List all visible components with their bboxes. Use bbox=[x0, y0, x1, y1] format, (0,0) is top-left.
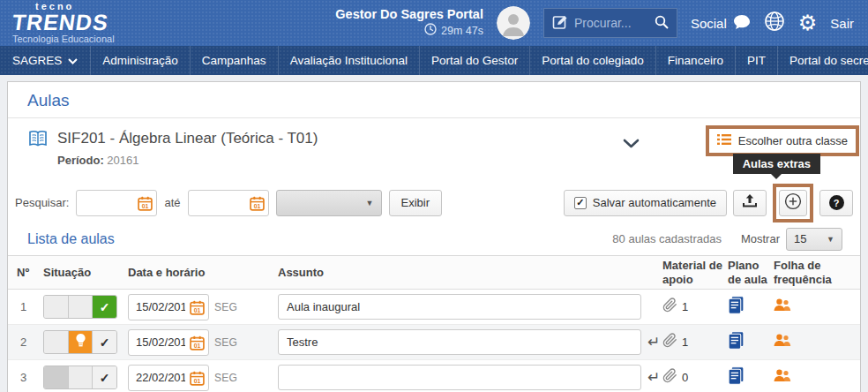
plus-circle-icon bbox=[784, 192, 802, 213]
choose-other-class-button[interactable]: Escolher outra classe bbox=[717, 133, 848, 148]
nav-item[interactable]: Administração bbox=[90, 46, 190, 75]
logout-link[interactable]: Sair bbox=[830, 16, 854, 31]
status-segment[interactable]: ✓ bbox=[68, 296, 93, 318]
attendance-sheet-button[interactable] bbox=[774, 334, 851, 351]
svg-text:01: 01 bbox=[194, 377, 201, 383]
calendar-icon: 01 bbox=[190, 300, 205, 315]
annotation-highlight-choose-class: Escolher outra classe bbox=[706, 125, 859, 156]
column-header: Data e horário bbox=[128, 266, 278, 280]
course-period: Período: 20161 bbox=[57, 154, 318, 167]
column-header: Folha de frequência bbox=[774, 259, 851, 286]
nav-brand-sagres[interactable]: SAGRES bbox=[0, 46, 90, 75]
list-title: Lista de aulas bbox=[27, 231, 115, 247]
show-button[interactable]: Exibir bbox=[389, 190, 443, 216]
nav-item[interactable]: Portal do Gestor bbox=[419, 46, 529, 75]
status-toggle[interactable]: ✓ ✓ ✓ bbox=[43, 330, 117, 354]
status-toggle[interactable]: ✓ ✓ ✓ bbox=[43, 295, 117, 319]
autosave-checkbox[interactable]: ✓ bbox=[574, 197, 587, 209]
search-input[interactable]: Procurar... bbox=[543, 8, 677, 38]
help-button[interactable]: ? bbox=[819, 190, 853, 216]
search-label: Pesquisar: bbox=[15, 196, 69, 209]
column-header: Situação bbox=[43, 266, 128, 280]
status-cell: ✓ ✓ ✓ bbox=[43, 330, 128, 354]
status-segment[interactable]: ✓ bbox=[44, 331, 68, 353]
search-icon[interactable] bbox=[655, 15, 669, 32]
top-bar: tecno TRENDS Tecnologia Educacional Gest… bbox=[0, 0, 868, 46]
attachment-count: 0 bbox=[682, 371, 688, 384]
column-header: Nº bbox=[17, 266, 43, 280]
tooltip-aulas-extras: Aulas extras bbox=[733, 154, 820, 174]
check-icon: ✓ bbox=[100, 336, 110, 349]
attendance-sheet-button[interactable] bbox=[774, 298, 851, 315]
book-icon bbox=[27, 130, 49, 151]
list-header: Lista de aulas 80 aulas cadastradas Most… bbox=[8, 222, 860, 255]
import-lessons-button[interactable] bbox=[733, 190, 767, 216]
social-link[interactable]: Social bbox=[691, 14, 751, 33]
return-arrow-icon: ↵ bbox=[647, 335, 660, 350]
main-nav: SAGRES AdministraçãoCampanhasAvaliação I… bbox=[0, 46, 868, 75]
status-cell: ✓ ✓ ✓ bbox=[43, 295, 128, 319]
subject-input[interactable] bbox=[278, 329, 641, 355]
nav-item[interactable]: Portal do colegiado bbox=[529, 46, 655, 75]
svg-text:01: 01 bbox=[253, 202, 260, 208]
lesson-plan-button[interactable] bbox=[728, 331, 774, 353]
nav-item[interactable]: PIT bbox=[735, 46, 777, 75]
lessons-count: 80 aulas cadastradas bbox=[612, 232, 722, 245]
avatar[interactable] bbox=[497, 6, 530, 40]
app-window: tecno TRENDS Tecnologia Educacional Gest… bbox=[0, 0, 868, 392]
row-number: 2 bbox=[17, 335, 43, 349]
attendance-sheet-button[interactable] bbox=[774, 369, 851, 386]
paperclip-icon bbox=[662, 368, 677, 387]
filter-select[interactable]: ▼ bbox=[276, 190, 382, 216]
attachments-button[interactable]: 1 bbox=[662, 298, 728, 316]
lesson-plan-button[interactable] bbox=[728, 296, 774, 318]
status-segment[interactable]: ✓ bbox=[68, 331, 93, 353]
nav-item[interactable]: Campanhas bbox=[190, 46, 278, 75]
date-to-field: 01 bbox=[188, 190, 269, 216]
column-header: Material de apoio bbox=[662, 259, 728, 286]
subject-input[interactable] bbox=[278, 294, 641, 320]
page-size-select[interactable]: 15 ▼ bbox=[786, 228, 842, 251]
add-extra-lesson-button[interactable] bbox=[779, 190, 807, 216]
attachment-count: 1 bbox=[682, 335, 688, 349]
page-size-value: 15 bbox=[794, 232, 806, 245]
nav-item[interactable]: Avaliação Institucional bbox=[278, 46, 419, 75]
status-segment[interactable]: ✓ bbox=[44, 366, 68, 388]
table-body: 1 ✓ ✓ ✓ 01 SEG ↵ 1 bbox=[8, 290, 860, 392]
gear-icon[interactable]: ⚙ bbox=[798, 12, 818, 34]
table-row: 2 ✓ ✓ ✓ 01 SEG ↵ 1 bbox=[8, 325, 860, 360]
status-toggle[interactable]: ✓ ✓ ✓ bbox=[43, 366, 117, 389]
weekday-label: SEG bbox=[214, 372, 237, 384]
date-field: 01 bbox=[128, 294, 209, 320]
paperclip-icon bbox=[662, 333, 677, 351]
filters-toolbar: Pesquisar: 01 até 01 ▼ Exibir ✓ bbox=[8, 183, 860, 222]
compose-icon bbox=[552, 14, 568, 33]
status-cell: ✓ ✓ ✓ bbox=[43, 366, 128, 389]
globe-icon[interactable] bbox=[764, 11, 785, 35]
autosave-button[interactable]: ✓ Salvar automaticamente bbox=[564, 190, 727, 216]
attachments-button[interactable]: 0 bbox=[662, 368, 728, 387]
until-label: até bbox=[164, 196, 180, 209]
status-segment[interactable]: ✓ bbox=[68, 366, 93, 388]
table-row: 1 ✓ ✓ ✓ 01 SEG ↵ 1 bbox=[8, 290, 860, 325]
column-header: Assunto bbox=[278, 266, 662, 280]
document-icon bbox=[728, 331, 745, 353]
nav-item[interactable]: Portal do secretá bbox=[777, 46, 868, 75]
status-segment[interactable]: ✓ bbox=[92, 296, 116, 318]
attachments-button[interactable]: 1 bbox=[662, 333, 728, 351]
nav-item[interactable]: Financeiro bbox=[655, 46, 735, 75]
brand-logo: tecno TRENDS Tecnologia Educacional bbox=[0, 2, 168, 44]
lesson-plan-button[interactable] bbox=[728, 366, 774, 388]
status-segment[interactable]: ✓ bbox=[44, 296, 68, 318]
logo-line-2: TRENDS bbox=[11, 11, 109, 34]
list-icon bbox=[717, 133, 731, 148]
period-label: Período: bbox=[57, 154, 104, 167]
attachment-count: 1 bbox=[682, 300, 688, 313]
collapse-chevron-icon[interactable] bbox=[623, 136, 640, 152]
status-segment[interactable]: ✓ bbox=[92, 331, 116, 353]
subject-input[interactable] bbox=[278, 365, 641, 390]
date-from-field: 01 bbox=[76, 190, 157, 216]
annotation-highlight-extra-lesson bbox=[773, 184, 813, 222]
chevron-down-icon bbox=[68, 54, 78, 67]
status-segment[interactable]: ✓ bbox=[92, 366, 116, 388]
